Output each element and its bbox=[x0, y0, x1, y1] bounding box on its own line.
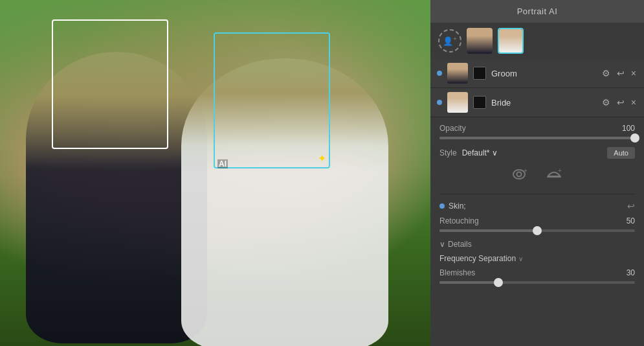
bride-face-box: AI ✦ bbox=[214, 32, 330, 168]
frequency-separation-label: Frequency Separation bbox=[439, 254, 516, 263]
blemishes-slider[interactable] bbox=[439, 281, 635, 284]
groom-mask-thumb bbox=[473, 67, 486, 80]
blemishes-fill bbox=[439, 281, 498, 284]
ai-label: AI bbox=[217, 159, 228, 168]
opacity-fill bbox=[439, 137, 635, 139]
bride-mini-thumb bbox=[447, 92, 468, 113]
bride-actions: ⚙ ↩ × bbox=[601, 96, 638, 109]
skin-reset-icon[interactable]: ↩ bbox=[627, 201, 635, 211]
portrait-ai-panel: Portrait AI 👤+ Groom ⚙ ↩ × Bride ⚙ ↩ bbox=[430, 0, 644, 346]
retouching-fill bbox=[439, 229, 537, 232]
groom-thumbnail[interactable] bbox=[467, 28, 493, 54]
skin-dot bbox=[439, 203, 445, 209]
retouching-thumb[interactable] bbox=[533, 226, 542, 235]
bride-name: Bride bbox=[491, 98, 595, 108]
view-icons-row: + + bbox=[439, 167, 635, 185]
groom-name: Groom bbox=[491, 69, 595, 78]
opacity-label: Opacity bbox=[439, 124, 466, 133]
add-person-button[interactable]: 👤+ bbox=[438, 29, 461, 52]
divider-1 bbox=[439, 194, 635, 194]
blemishes-value: 30 bbox=[627, 268, 635, 277]
style-select[interactable]: Default* ∨ bbox=[462, 148, 498, 157]
bride-reset-icon[interactable]: ↩ bbox=[616, 96, 626, 109]
skin-title: Skin; bbox=[439, 202, 466, 211]
svg-text:+: + bbox=[558, 167, 562, 174]
style-label: Style bbox=[439, 148, 457, 157]
blemishes-thumb[interactable] bbox=[494, 278, 503, 287]
auto-button[interactable]: Auto bbox=[607, 147, 635, 159]
bride-mask-thumb bbox=[473, 96, 486, 109]
opacity-value: 100 bbox=[622, 124, 635, 133]
retouching-value: 50 bbox=[627, 216, 635, 225]
groom-row[interactable]: Groom ⚙ ↩ × bbox=[430, 59, 644, 88]
blemishes-row: Blemishes 30 bbox=[439, 268, 635, 277]
bride-thumb-face bbox=[499, 29, 522, 52]
groom-actions: ⚙ ↩ × bbox=[601, 67, 638, 80]
style-chevron-icon: ∨ bbox=[492, 148, 498, 157]
skin-label: Skin; bbox=[449, 202, 466, 211]
opacity-thumb[interactable] bbox=[630, 133, 639, 143]
blemishes-label: Blemishes bbox=[439, 268, 475, 277]
bride-settings-icon[interactable]: ⚙ bbox=[601, 96, 612, 109]
opacity-row: Opacity 100 bbox=[439, 124, 635, 133]
ai-star-icon: ✦ bbox=[318, 152, 326, 165]
groom-thumb-face bbox=[467, 28, 493, 54]
photo-canvas: AI ✦ bbox=[0, 0, 434, 346]
opacity-slider[interactable] bbox=[439, 137, 635, 139]
hat-plus-icon[interactable]: + bbox=[544, 167, 564, 185]
groom-settings-icon[interactable]: ⚙ bbox=[601, 67, 612, 80]
svg-text:+: + bbox=[524, 168, 527, 174]
groom-mini-thumb bbox=[447, 63, 468, 84]
svg-point-1 bbox=[517, 172, 522, 177]
panel-header: Portrait AI bbox=[430, 0, 644, 23]
style-row: Style Default* ∨ Auto bbox=[439, 147, 635, 159]
groom-face-box bbox=[52, 19, 168, 149]
groom-reset-icon[interactable]: ↩ bbox=[616, 67, 626, 80]
eye-plus-icon[interactable]: + bbox=[511, 167, 529, 185]
style-value: Default* bbox=[462, 148, 490, 157]
bride-dot bbox=[437, 100, 442, 105]
controls-area: Opacity 100 Style Default* ∨ Auto + bbox=[430, 117, 644, 346]
details-label: Details bbox=[448, 240, 472, 249]
thumbnails-row: 👤+ bbox=[430, 23, 644, 59]
groom-close-icon[interactable]: × bbox=[630, 67, 638, 80]
panel-title: Portrait AI bbox=[517, 6, 558, 16]
frequency-separation-row: Frequency Separation ∨ bbox=[439, 254, 635, 263]
bride-close-icon[interactable]: × bbox=[630, 96, 638, 109]
retouching-label: Retouching bbox=[439, 216, 479, 225]
svg-rect-3 bbox=[547, 176, 561, 178]
bride-thumbnail[interactable] bbox=[498, 28, 524, 54]
groom-dot bbox=[437, 71, 442, 76]
retouching-row: Retouching 50 bbox=[439, 216, 635, 225]
retouching-slider[interactable] bbox=[439, 229, 635, 232]
details-chevron-icon: ∨ bbox=[439, 240, 445, 249]
bride-row[interactable]: Bride ⚙ ↩ × bbox=[430, 88, 644, 117]
details-header[interactable]: ∨ Details bbox=[439, 240, 635, 249]
frequency-separation-chevron-icon[interactable]: ∨ bbox=[518, 255, 523, 262]
skin-section-header: Skin; ↩ bbox=[439, 201, 635, 211]
